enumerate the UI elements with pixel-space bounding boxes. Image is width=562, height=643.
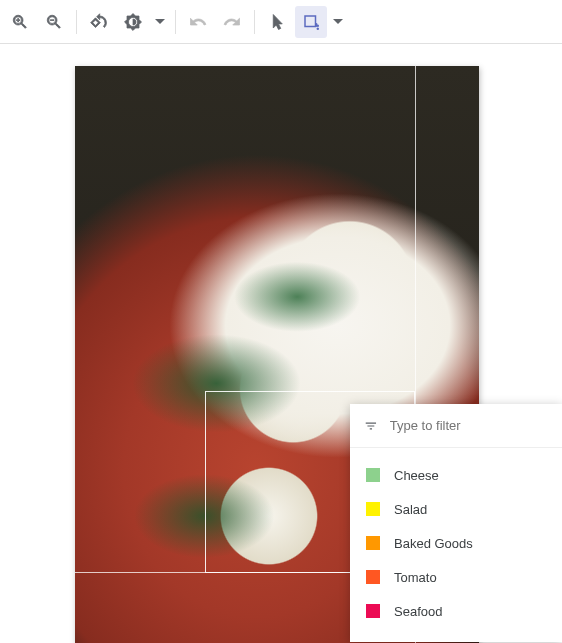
redo-icon — [223, 13, 241, 31]
rotate-button[interactable] — [83, 6, 115, 38]
label-name: Seafood — [394, 604, 442, 619]
undo-button[interactable] — [182, 6, 214, 38]
label-item[interactable]: Seafood — [350, 594, 562, 628]
zoom-out-button[interactable] — [38, 6, 70, 38]
zoom-in-icon — [11, 13, 29, 31]
label-name: Baked Goods — [394, 536, 473, 551]
label-item[interactable]: Baked Goods — [350, 526, 562, 560]
label-picker-panel: Cheese Salad Baked Goods Tomato Seafood — [350, 404, 562, 642]
pointer-tool-button[interactable] — [261, 6, 293, 38]
label-item[interactable]: Tomato — [350, 560, 562, 594]
chevron-down-icon — [155, 17, 165, 27]
brightness-icon — [124, 13, 142, 31]
pointer-icon — [268, 13, 286, 31]
label-item[interactable]: Salad — [350, 492, 562, 526]
brightness-button[interactable] — [117, 6, 149, 38]
zoom-out-icon — [45, 13, 63, 31]
brightness-dropdown[interactable] — [151, 6, 169, 38]
redo-button[interactable] — [216, 6, 248, 38]
bounding-box-dropdown[interactable] — [329, 6, 347, 38]
color-swatch — [366, 570, 380, 584]
toolbar — [0, 0, 562, 44]
label-name: Tomato — [394, 570, 437, 585]
chevron-down-icon — [333, 17, 343, 27]
zoom-in-button[interactable] — [4, 6, 36, 38]
color-swatch — [366, 536, 380, 550]
color-swatch — [366, 502, 380, 516]
label-item[interactable]: Cheese — [350, 458, 562, 492]
bounding-box-icon — [302, 13, 320, 31]
filter-icon — [364, 418, 378, 434]
color-swatch — [366, 604, 380, 618]
undo-icon — [189, 13, 207, 31]
label-list: Cheese Salad Baked Goods Tomato Seafood — [350, 448, 562, 642]
color-swatch — [366, 468, 380, 482]
filter-input[interactable] — [390, 418, 548, 433]
canvas-area: Cheese Salad Baked Goods Tomato Seafood — [0, 44, 562, 643]
toolbar-separator — [175, 10, 176, 34]
toolbar-separator — [254, 10, 255, 34]
label-name: Salad — [394, 502, 427, 517]
rotate-icon — [90, 13, 108, 31]
toolbar-separator — [76, 10, 77, 34]
label-name: Cheese — [394, 468, 439, 483]
bounding-box-tool-button[interactable] — [295, 6, 327, 38]
filter-row — [350, 404, 562, 448]
